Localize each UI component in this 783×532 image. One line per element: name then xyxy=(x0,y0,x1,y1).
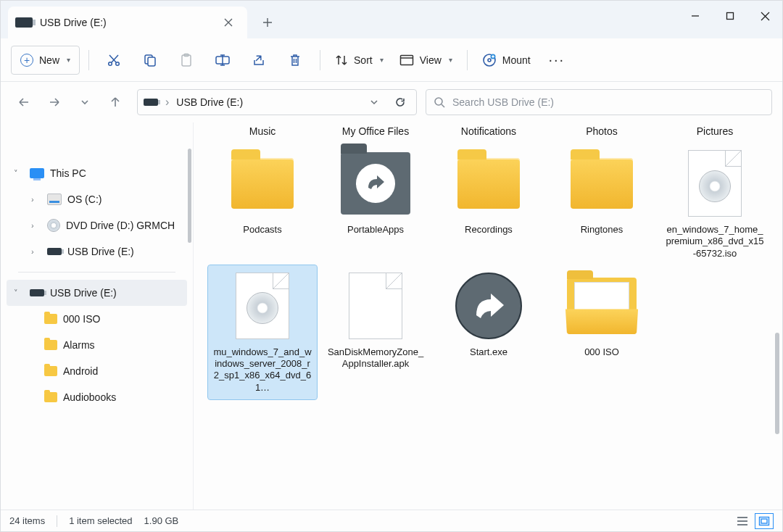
search-input[interactable] xyxy=(452,96,764,108)
folder-icon xyxy=(44,366,57,376)
cut-button[interactable] xyxy=(98,46,130,75)
breadcrumb-dropdown[interactable] xyxy=(365,98,383,107)
navigation-pane: ˅ This PC › OS (C:) › DVD Drive (D:) GRM… xyxy=(1,122,194,510)
breadcrumb-separator: › xyxy=(165,96,169,109)
recent-locations-button[interactable] xyxy=(72,89,98,115)
usb-drive-icon xyxy=(30,289,44,296)
content-scrollbar[interactable] xyxy=(775,333,779,434)
close-window-button[interactable] xyxy=(747,1,782,31)
tree-label: 000 ISO xyxy=(63,313,100,325)
rename-button[interactable] xyxy=(207,46,239,75)
file-list: Music My Office Files Notifications Phot… xyxy=(194,122,782,510)
tab-usb-drive[interactable]: USB Drive (E:) xyxy=(8,7,247,38)
rename-icon xyxy=(215,53,231,67)
sort-icon xyxy=(335,54,348,67)
tree-label: OS (C:) xyxy=(67,194,102,205)
folder-ringtones[interactable]: Ringtones xyxy=(547,143,656,265)
chevron-down-icon: ▾ xyxy=(380,56,384,64)
sidebar-scrollbar[interactable] xyxy=(188,149,191,243)
refresh-button[interactable] xyxy=(390,96,410,108)
trash-icon xyxy=(288,53,302,67)
breadcrumb-segment[interactable]: USB Drive (E:) xyxy=(176,96,243,108)
separator xyxy=(57,515,57,527)
portableapps-folder-icon xyxy=(341,152,410,215)
new-tab-button[interactable] xyxy=(256,11,279,34)
details-view-button[interactable] xyxy=(733,513,752,529)
svg-point-12 xyxy=(435,98,442,105)
copy-button[interactable] xyxy=(134,46,166,75)
search-box[interactable] xyxy=(426,89,772,115)
tree-label: Alarms xyxy=(63,339,95,351)
item-label[interactable]: Notifications xyxy=(434,122,543,143)
tree-os-drive[interactable]: › OS (C:) xyxy=(7,186,187,212)
folder-podcasts[interactable]: Podcasts xyxy=(208,143,317,265)
sort-button[interactable]: Sort ▾ xyxy=(329,46,389,75)
toolbar: + New ▾ Sort ▾ View ▾ Mount ··· xyxy=(1,38,782,82)
tree-dvd-drive[interactable]: › DVD Drive (D:) GRMCH xyxy=(7,212,187,238)
divider xyxy=(18,272,175,273)
tree-folder-android[interactable]: Android xyxy=(7,358,187,384)
separator xyxy=(320,50,320,70)
start-app-icon xyxy=(455,273,522,339)
delete-button[interactable] xyxy=(279,46,311,75)
mount-icon xyxy=(482,53,497,67)
file-iso-mu-win7-selected[interactable]: mu_windows_7_and_windows_server_2008_r2_… xyxy=(208,265,317,399)
tree: ˅ This PC › OS (C:) › DVD Drive (D:) GRM… xyxy=(1,128,193,410)
item-label: Recordings xyxy=(465,224,513,236)
folder-icon xyxy=(457,158,520,209)
folder-portableapps[interactable]: PortableApps xyxy=(321,143,430,265)
folder-icon xyxy=(44,392,57,402)
tree-folder-000-iso[interactable]: 000 ISO xyxy=(7,306,187,332)
tree-this-pc[interactable]: ˅ This PC xyxy=(7,160,187,186)
file-iso-win7-home[interactable]: en_windows_7_home_premium_x86_dvd_x15-65… xyxy=(660,143,769,265)
tree-folder-audiobooks[interactable]: Audiobooks xyxy=(7,384,187,410)
status-selection: 1 item selected xyxy=(69,515,132,526)
tree-folder-alarms[interactable]: Alarms xyxy=(7,332,187,358)
usb-drive-icon xyxy=(47,248,62,255)
chevron-right-icon: › xyxy=(31,195,41,204)
tree-usb-drive-selected[interactable]: ˅ USB Drive (E:) xyxy=(7,280,187,306)
tree-label: Android xyxy=(63,365,98,377)
folder-icon xyxy=(44,340,57,350)
tree-label: DVD Drive (D:) GRMCH xyxy=(66,220,175,231)
view-toggles xyxy=(733,513,774,529)
mount-button[interactable]: Mount xyxy=(476,46,536,75)
icons-view-button[interactable] xyxy=(755,513,774,529)
address-bar[interactable]: › USB Drive (E:) xyxy=(137,89,417,115)
maximize-button[interactable] xyxy=(713,1,747,31)
more-button[interactable]: ··· xyxy=(541,46,573,75)
svg-point-2 xyxy=(116,62,120,65)
search-icon xyxy=(434,96,445,108)
file-start-exe[interactable]: Start.exe xyxy=(434,265,543,399)
up-button[interactable] xyxy=(102,89,128,115)
svg-point-1 xyxy=(109,62,112,65)
item-label[interactable]: Music xyxy=(208,122,317,143)
view-button[interactable]: View ▾ xyxy=(394,46,458,75)
separator xyxy=(467,50,468,70)
folder-000-iso[interactable]: 000 ISO xyxy=(547,265,656,399)
iso-file-icon xyxy=(236,273,289,339)
paste-button[interactable] xyxy=(170,46,202,75)
folder-recordings[interactable]: Recordings xyxy=(434,143,543,265)
chevron-right-icon: › xyxy=(31,221,41,230)
tab-close-button[interactable] xyxy=(217,11,240,34)
scissors-icon xyxy=(107,53,121,67)
dvd-icon xyxy=(47,219,60,232)
forward-button[interactable] xyxy=(41,89,67,115)
new-button[interactable]: + New ▾ xyxy=(11,46,80,75)
chevron-down-icon: ˅ xyxy=(14,169,24,178)
item-label[interactable]: My Office Files xyxy=(321,122,430,143)
item-label[interactable]: Photos xyxy=(547,122,656,143)
file-apk-sandisk[interactable]: SanDiskMemoryZone_AppInstaller.apk xyxy=(321,265,430,399)
minimize-button[interactable] xyxy=(678,1,713,31)
item-label[interactable]: Pictures xyxy=(660,122,769,143)
file-icon xyxy=(349,273,402,339)
share-button[interactable] xyxy=(243,46,275,75)
folder-icon xyxy=(44,314,57,324)
titlebar: USB Drive (E:) xyxy=(1,1,782,38)
status-item-count: 24 items xyxy=(9,515,45,526)
tree-usb-drive[interactable]: › USB Drive (E:) xyxy=(7,238,187,265)
tree-label: USB Drive (E:) xyxy=(50,287,117,299)
back-button[interactable] xyxy=(11,89,37,115)
sort-label: Sort xyxy=(354,54,373,66)
